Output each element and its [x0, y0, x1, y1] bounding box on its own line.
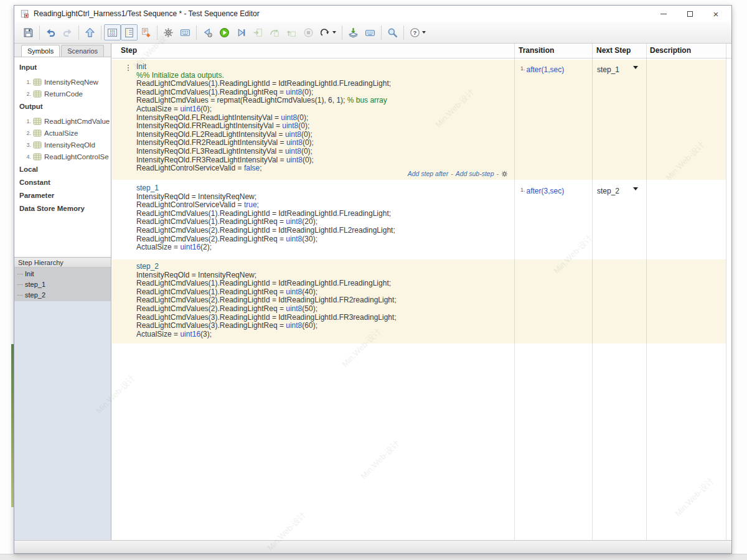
settings-gear-icon — [163, 27, 174, 38]
simulation-pacing-button[interactable] — [317, 24, 339, 40]
code-line[interactable]: IntensityReqOld.FL2ReadLightIntensityVal… — [136, 131, 509, 139]
code-line[interactable]: ActualSize = uint16(0); — [136, 105, 509, 114]
code-line[interactable]: IntensityReqOld = IntensityReqNew; — [136, 271, 509, 280]
code-line[interactable]: ReadLightCmdValues(1).ReadingLightId = I… — [136, 279, 509, 288]
next-step-dropdown-icon[interactable] — [633, 66, 638, 69]
tab-symbols[interactable]: Symbols — [21, 45, 60, 57]
add-step-after-link[interactable]: Add step after — [408, 170, 448, 177]
tab-scenarios[interactable]: Scenarios — [61, 45, 104, 57]
code-line[interactable]: ReadLightCmdValues(3).ReadingLightId = I… — [136, 314, 509, 322]
code-line[interactable]: IntensityReqOld = IntensityReqNew; — [136, 193, 509, 202]
next-step-value[interactable]: step_2 — [597, 187, 619, 195]
desktop-background: ReadingLightCtrl_Harness1/Test Sequence … — [0, 0, 747, 560]
step-cell-step_2[interactable]: step_2IntensityReqOld = IntensityReqNew;… — [112, 259, 514, 343]
step-hierarchy-list: Initstep_1step_2 — [14, 268, 111, 301]
symbol-item-IntensityReqNew[interactable]: 1.IntensityReqNew — [19, 76, 111, 88]
transition-condition[interactable]: after(3,sec) — [527, 187, 565, 195]
code-view-button[interactable]: 101010 — [104, 24, 121, 40]
column-divider[interactable] — [646, 44, 647, 540]
symbol-item-ReadLightControlSe[interactable]: 4.ReadLightControlSe — [19, 151, 111, 162]
code-line[interactable]: IntensityReqOld.FRReadLightIntensityVal … — [136, 122, 509, 131]
step-row-step_1: step_1IntensityReqOld = IntensityReqNew;… — [112, 181, 726, 258]
step-name[interactable]: step_2 — [136, 263, 509, 271]
code-line[interactable]: IntensityReqOld.FR2ReadLightIntensityVal… — [136, 139, 509, 147]
code-line[interactable]: ReadLightCmdValues(1).ReadingLightId = I… — [136, 80, 509, 88]
search-button[interactable] — [384, 24, 401, 40]
outline-view-icon — [124, 27, 134, 38]
symbol-item-ReadLightCmdValue[interactable]: 1.ReadLightCmdValue — [19, 115, 111, 127]
step-back-button[interactable] — [199, 24, 216, 40]
transition-cell-step_2[interactable] — [514, 259, 592, 343]
next-step-value[interactable]: step_1 — [597, 65, 619, 74]
toolbar-separator — [78, 26, 79, 40]
next-step-cell-step_2[interactable] — [592, 259, 646, 343]
step-cell-Init[interactable]: Init%% Initialize data outputs.ReadLight… — [112, 60, 514, 180]
save-button[interactable] — [20, 24, 37, 40]
outline-view-button[interactable] — [121, 24, 138, 40]
run-button[interactable] — [216, 24, 233, 40]
editor-body: Symbols Scenarios Input1.IntensityReqNew… — [14, 44, 731, 540]
code-line[interactable]: ReadLightCmdValues(1).ReadingLightReq = … — [136, 288, 509, 297]
app-icon — [20, 9, 29, 19]
undo-button[interactable] — [42, 24, 59, 40]
publish-up-button[interactable] — [82, 24, 98, 40]
code-line[interactable]: ActualSize = uint16(2); — [136, 243, 509, 252]
step-forward-button[interactable] — [233, 24, 250, 40]
symbol-item-IntensityReqOld[interactable]: 3.IntensityReqOld — [19, 139, 111, 151]
redo-button — [59, 24, 76, 40]
step-cell-step_1[interactable]: step_1IntensityReqOld = IntensityReqNew;… — [112, 181, 514, 258]
code-line[interactable]: %% Initialize data outputs. — [136, 72, 509, 80]
code-line[interactable]: ReadLightCmdValues(1).ReadingLightReq = … — [136, 218, 509, 226]
hierarchy-item-step_1[interactable]: step_1 — [14, 279, 111, 290]
add-sub-step-link[interactable]: Add sub-step — [456, 170, 494, 177]
step-settings-gear-icon[interactable] — [501, 170, 508, 177]
symbol-item-ActualSize[interactable]: 2.ActualSize — [19, 127, 111, 139]
transition-condition[interactable]: after(1,sec) — [527, 65, 565, 74]
symbols-table-button[interactable] — [177, 24, 194, 40]
keyboard-button[interactable] — [362, 24, 378, 40]
code-line[interactable]: ActualSize = uint16(3); — [136, 330, 509, 339]
next-step-dropdown-icon[interactable] — [633, 187, 638, 190]
code-line[interactable]: ReadLightControlServiceValid = true; — [136, 201, 509, 210]
title-bar[interactable]: ReadingLightCtrl_Harness1/Test Sequence … — [14, 6, 731, 22]
transition-cell-step_1[interactable]: 1.after(3,sec) — [514, 181, 592, 258]
next-step-cell-step_1[interactable]: step_2 — [592, 181, 646, 258]
column-divider[interactable] — [592, 44, 593, 540]
export-data-button[interactable] — [345, 24, 362, 40]
column-header-step: Step — [121, 46, 137, 55]
maximize-button[interactable] — [677, 6, 703, 22]
breakpoint-button[interactable] — [138, 24, 154, 40]
transition-cell-Init[interactable]: 1.after(1,sec) — [514, 60, 592, 180]
code-line[interactable]: ReadLightCmdValues(2).ReadingLightId = I… — [136, 226, 509, 235]
column-divider[interactable] — [726, 44, 726, 540]
minimize-button[interactable] — [651, 6, 677, 22]
description-cell-step_1[interactable] — [646, 181, 726, 258]
hierarchy-item-Init[interactable]: Init — [14, 269, 111, 279]
code-line[interactable]: ReadLightCmdValues(1).ReadingLightId = I… — [136, 210, 509, 218]
close-button[interactable]: × — [703, 6, 729, 22]
code-line[interactable]: IntensityReqOld.FLReadLightIntensityVal … — [136, 114, 509, 123]
help-button[interactable]: ? — [406, 24, 429, 40]
code-line[interactable]: IntensityReqOld.FR3ReadLightIntensityVal… — [136, 156, 509, 165]
description-cell-Init[interactable] — [646, 60, 726, 180]
code-line[interactable]: ReadLightCmdValues(1).ReadingLightReq = … — [136, 88, 509, 97]
code-line[interactable]: ReadLightCmdValues(2).ReadingLightReq = … — [136, 305, 509, 314]
toolbar-separator — [39, 26, 40, 40]
code-line[interactable]: IntensityReqOld.FL3ReadLightIntensityVal… — [136, 147, 509, 156]
drag-handle-icon[interactable] — [128, 65, 129, 71]
code-line[interactable]: ReadLightCmdValues(2).ReadingLightReq = … — [136, 235, 509, 244]
transition-index: 1. — [520, 187, 525, 193]
symbol-item-ReturnCode[interactable]: 2.ReturnCode — [19, 88, 111, 100]
code-line[interactable]: ReadLightCmdValues(3).ReadingLightReq = … — [136, 322, 509, 330]
column-divider[interactable] — [514, 44, 515, 540]
step-name[interactable]: step_1 — [136, 184, 509, 193]
settings-gear-button[interactable] — [160, 24, 177, 40]
symbol-index: 1. — [19, 118, 33, 124]
code-line[interactable]: ReadLightCmdValues = repmat(ReadLightCmd… — [136, 96, 509, 105]
step-name[interactable]: Init — [136, 63, 509, 72]
publish-up-icon — [85, 27, 95, 38]
description-cell-step_2[interactable] — [646, 259, 726, 343]
next-step-cell-Init[interactable]: step_1 — [592, 60, 646, 180]
code-line[interactable]: ReadLightCmdValues(2).ReadingLightId = I… — [136, 296, 509, 305]
hierarchy-item-step_2[interactable]: step_2 — [14, 290, 111, 301]
